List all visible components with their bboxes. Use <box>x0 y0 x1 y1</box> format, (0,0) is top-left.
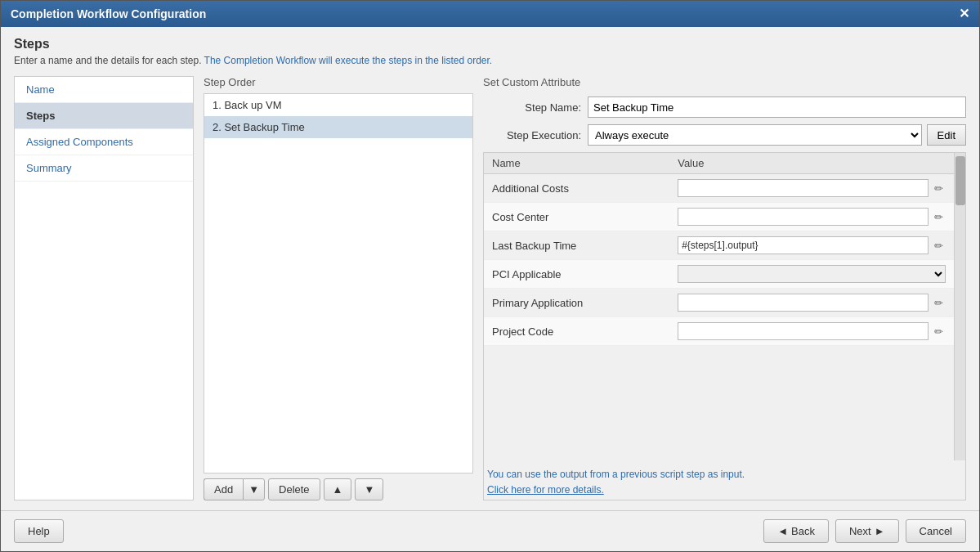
add-button[interactable]: Add <box>204 478 243 500</box>
dialog-container: Completion Workflow Configuration ✕ Step… <box>0 0 980 552</box>
page-subtitle: Enter a name and the details for each st… <box>14 55 966 66</box>
additional-costs-edit-icon[interactable]: ✏ <box>932 182 946 195</box>
table-row: Primary Application ✏ <box>484 289 954 317</box>
step-execution-row: Step Execution: Always execute Execute o… <box>483 124 966 146</box>
step-execution-select[interactable]: Always execute Execute on condition <box>588 124 922 146</box>
back-label: Back <box>791 525 815 537</box>
attr-value-pci-applicable: Yes No <box>669 260 954 289</box>
attr-value-project-code: ✏ <box>669 317 954 346</box>
sidebar-item-steps[interactable]: Steps <box>15 103 193 129</box>
hint-line1: You can use the output from a previous s… <box>487 469 745 480</box>
add-dropdown-button[interactable]: ▼ <box>243 478 265 500</box>
attr-value-additional-costs: ✏ <box>669 174 954 203</box>
table-row: Project Code ✏ <box>484 317 954 346</box>
dialog-title: Completion Workflow Configuration <box>11 7 206 20</box>
scroll-thumb <box>955 156 965 205</box>
attr-table: Name Value Additional Costs <box>484 153 954 346</box>
col-header-name: Name <box>484 153 669 174</box>
step-name-row: Step Name: <box>483 96 966 118</box>
primary-application-edit-icon[interactable]: ✏ <box>932 296 946 310</box>
additional-costs-input[interactable] <box>678 179 929 197</box>
attr-value-primary-application: ✏ <box>669 289 954 317</box>
main-layout: Name Steps Assigned Components Summary S… <box>14 76 966 500</box>
step-order-panel: Step Order 1. Back up VM 2. Set Backup T… <box>204 76 473 500</box>
attr-name-additional-costs: Additional Costs <box>484 174 669 203</box>
attr-table-scroll[interactable]: Name Value Additional Costs <box>484 153 954 460</box>
edit-button[interactable]: Edit <box>927 124 966 146</box>
footer-right: ◄ Back Next ► Cancel <box>763 519 966 543</box>
table-row: Additional Costs ✏ <box>484 174 954 203</box>
attr-name-primary-application: Primary Application <box>484 289 669 317</box>
footer: Help ◄ Back Next ► Cancel <box>1 510 979 551</box>
move-down-button[interactable]: ▼ <box>355 478 383 500</box>
step-list-item-1[interactable]: 1. Back up VM <box>204 94 472 116</box>
table-row: PCI Applicable Yes No <box>484 260 954 289</box>
primary-application-input[interactable] <box>678 294 929 312</box>
table-row: Cost Center ✏ <box>484 203 954 231</box>
sidebar-item-summary[interactable]: Summary <box>15 155 193 182</box>
project-code-input[interactable] <box>678 322 929 340</box>
table-row: Last Backup Time ✏ <box>484 231 954 260</box>
step-execution-select-wrap: Always execute Execute on condition Edit <box>588 124 966 146</box>
attr-name-last-backup-time: Last Backup Time <box>484 231 669 260</box>
step-execution-label: Step Execution: <box>483 129 581 141</box>
cancel-button[interactable]: Cancel <box>906 519 966 543</box>
step-order-label: Step Order <box>204 76 473 88</box>
back-button[interactable]: ◄ Back <box>763 519 829 543</box>
next-chevron-icon: ► <box>875 525 885 537</box>
attr-value-cost-center: ✏ <box>669 203 954 231</box>
step-name-label: Step Name: <box>483 101 581 114</box>
sidebar-item-assigned-components[interactable]: Assigned Components <box>15 129 193 155</box>
help-button[interactable]: Help <box>14 519 64 543</box>
attr-name-pci-applicable: PCI Applicable <box>484 260 669 289</box>
sidebar-item-name[interactable]: Name <box>15 77 193 103</box>
step-name-input[interactable] <box>588 96 966 118</box>
custom-attr-panel: Set Custom Attribute Step Name: Step Exe… <box>483 76 966 500</box>
attr-value-last-backup-time: ✏ <box>669 231 954 260</box>
subtitle-link[interactable]: The Completion Workflow will execute the… <box>204 55 493 66</box>
title-bar: Completion Workflow Configuration ✕ <box>1 1 979 27</box>
attr-name-project-code: Project Code <box>484 317 669 346</box>
delete-button[interactable]: Delete <box>268 478 320 500</box>
next-button[interactable]: Next ► <box>835 519 899 543</box>
pci-applicable-select[interactable]: Yes No <box>678 265 946 283</box>
back-chevron-icon: ◄ <box>777 525 788 537</box>
content-area: Steps Enter a name and the details for e… <box>1 27 979 510</box>
attr-panel-label: Set Custom Attribute <box>483 76 966 88</box>
hint-text: You can use the output from a previous s… <box>484 460 965 500</box>
close-button[interactable]: ✕ <box>959 7 969 20</box>
cost-center-edit-icon[interactable]: ✏ <box>932 210 946 224</box>
col-header-value: Value <box>669 153 954 174</box>
footer-left: Help <box>14 519 64 543</box>
attr-name-cost-center: Cost Center <box>484 203 669 231</box>
move-up-button[interactable]: ▲ <box>324 478 352 500</box>
sidebar-nav: Name Steps Assigned Components Summary <box>14 76 194 500</box>
last-backup-time-edit-icon[interactable]: ✏ <box>932 239 946 253</box>
step-order-buttons: Add ▼ Delete ▲ ▼ <box>204 478 473 500</box>
attr-table-container: Name Value Additional Costs <box>483 152 966 500</box>
next-label: Next <box>849 525 871 537</box>
page-title: Steps <box>14 37 966 52</box>
step-list-item-2[interactable]: 2. Set Backup Time <box>204 116 472 138</box>
attr-form: Step Name: Step Execution: Always execut… <box>483 96 966 146</box>
cost-center-input[interactable] <box>678 208 929 226</box>
last-backup-time-input[interactable] <box>678 236 929 254</box>
hint-link[interactable]: Click here for more details. <box>487 484 604 496</box>
scrollbar[interactable] <box>954 153 965 460</box>
project-code-edit-icon[interactable]: ✏ <box>932 325 946 339</box>
step-list: 1. Back up VM 2. Set Backup Time <box>204 93 473 473</box>
